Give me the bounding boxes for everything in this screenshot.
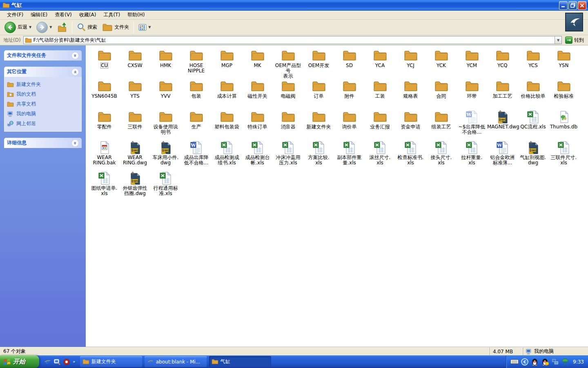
- place-link[interactable]: 我的电脑: [7, 110, 79, 117]
- file-item[interactable]: YSN6045B: [89, 79, 120, 110]
- start-button[interactable]: 开始: [0, 355, 39, 368]
- go-button[interactable]: → 转到: [564, 36, 586, 44]
- file-item[interactable]: 设备使用说 明书: [150, 110, 181, 141]
- qq-tray-icon[interactable]: [531, 358, 539, 366]
- address-dropdown-button[interactable]: ▼: [555, 36, 561, 44]
- up-button[interactable]: [55, 21, 69, 34]
- address-input[interactable]: F:\气动部分资料\新建文件夹\气缸 ▼: [23, 36, 562, 44]
- file-item[interactable]: 三联件: [120, 110, 150, 141]
- menu-item-5[interactable]: 帮助(H): [124, 11, 148, 19]
- file-item[interactable]: 成品出库降 低不合格...: [181, 141, 212, 171]
- file-item[interactable]: 规格表: [395, 79, 426, 110]
- folders-button[interactable]: 文件夹: [100, 21, 131, 34]
- file-item[interactable]: 询价单: [334, 110, 365, 141]
- file-item[interactable]: 加工工艺: [487, 79, 518, 110]
- chevron-down-icon[interactable]: »: [71, 52, 79, 59]
- file-item[interactable]: YSN: [548, 49, 579, 79]
- file-item[interactable]: 检验标准: [548, 79, 579, 110]
- hide-tray-icons-icon[interactable]: [521, 358, 528, 366]
- menu-item-1[interactable]: 编辑(E): [27, 11, 51, 19]
- file-item[interactable]: MK: [242, 49, 273, 79]
- file-item[interactable]: 消音器: [273, 110, 303, 141]
- file-item[interactable]: OEM产品型号 表示: [273, 49, 303, 79]
- file-item[interactable]: Thumbs.db: [548, 110, 579, 141]
- media-player-icon[interactable]: [63, 359, 70, 365]
- file-item[interactable]: WEAR RING.bak: [89, 141, 120, 171]
- file-item[interactable]: 滚丝尺寸. xls: [365, 141, 395, 171]
- forward-dropdown-icon[interactable]: ▼: [49, 25, 52, 29]
- file-item[interactable]: WEAR RING.dwg: [120, 141, 150, 171]
- file-item[interactable]: 特殊订单: [242, 110, 273, 141]
- menu-item-2[interactable]: 查看(V): [51, 11, 76, 19]
- qq-message-tray-icon[interactable]: [541, 358, 549, 366]
- back-dropdown-icon[interactable]: ▼: [29, 25, 31, 29]
- file-item[interactable]: MGP: [212, 49, 242, 79]
- file-item[interactable]: OEM开发: [303, 49, 334, 79]
- file-item[interactable]: MAGNET.dwg: [487, 110, 518, 141]
- file-item[interactable]: HMK: [150, 49, 181, 79]
- file-item[interactable]: 零配件: [89, 110, 120, 141]
- restore-button[interactable]: [568, 1, 577, 10]
- file-item[interactable]: YCK: [426, 49, 457, 79]
- menu-item-0[interactable]: 文件(F): [3, 11, 27, 19]
- file-item[interactable]: 拉杆重量. xls: [457, 141, 487, 171]
- file-item[interactable]: YCM: [457, 49, 487, 79]
- file-item[interactable]: YCJ: [395, 49, 426, 79]
- quick-launch-expand-icon[interactable]: »: [73, 359, 76, 364]
- file-item[interactable]: 图纸申请单. xls: [89, 171, 120, 202]
- place-link[interactable]: 我的文档: [7, 91, 79, 98]
- file-item[interactable]: 附件: [334, 79, 365, 110]
- file-item[interactable]: 环带: [457, 79, 487, 110]
- file-item[interactable]: YCQ: [487, 49, 518, 79]
- input-method-keyboard-icon[interactable]: [510, 359, 519, 364]
- taskbar-window-button[interactable]: about:blank - Mi...: [145, 356, 207, 367]
- file-item[interactable]: YCA: [365, 49, 395, 79]
- place-link[interactable]: 新建文件夹: [7, 81, 79, 88]
- file-item[interactable]: 包装: [181, 79, 212, 110]
- panel-header-details[interactable]: 详细信息 »: [4, 138, 82, 148]
- file-item[interactable]: CU: [89, 49, 120, 79]
- menu-item-4[interactable]: 工具(T): [100, 11, 124, 19]
- file-item[interactable]: CXSW: [120, 49, 150, 79]
- file-item[interactable]: 生产: [181, 110, 212, 141]
- file-item[interactable]: SD: [334, 49, 365, 79]
- taskbar-window-button[interactable]: 新建文件夹: [80, 356, 142, 367]
- close-button[interactable]: [578, 1, 586, 10]
- back-button[interactable]: 后退 ▼: [2, 21, 33, 34]
- file-item[interactable]: 业务汇报: [365, 110, 395, 141]
- file-item[interactable]: YVV: [150, 79, 181, 110]
- file-item[interactable]: 副本部件重 量.xls: [334, 141, 365, 171]
- file-item[interactable]: 冲床冲盖用 压力.xls: [273, 141, 303, 171]
- file-item[interactable]: 工装: [365, 79, 395, 110]
- file-item[interactable]: 铝合金欧洲 标准薄...: [487, 141, 518, 171]
- file-item[interactable]: 成本计算: [212, 79, 242, 110]
- menu-item-3[interactable]: 收藏(A): [76, 11, 100, 19]
- ie-quicklaunch-icon[interactable]: [44, 358, 51, 365]
- file-item[interactable]: 接头尺寸. xls: [426, 141, 457, 171]
- network-tray-icon[interactable]: [551, 358, 559, 366]
- file-item[interactable]: 外锯齿弹性 挡圈.dwg: [120, 171, 150, 202]
- minimize-button[interactable]: [559, 1, 568, 10]
- file-item[interactable]: 检查标准书. xls: [395, 141, 426, 171]
- file-item[interactable]: 方案比较. xls: [303, 141, 334, 171]
- file-item[interactable]: 资金申请: [395, 110, 426, 141]
- file-item[interactable]: 成品检测成 绩书.xls: [212, 141, 242, 171]
- file-item[interactable]: YTS: [120, 79, 150, 110]
- panel-header-file-tasks[interactable]: 文件和文件夹任务 »: [4, 50, 82, 61]
- file-item[interactable]: 新建文件夹: [303, 110, 334, 141]
- file-item[interactable]: YCS: [518, 49, 548, 79]
- panel-header-other-places[interactable]: 其它位置 »: [4, 67, 82, 77]
- chevron-down-icon[interactable]: »: [71, 139, 79, 147]
- show-desktop-icon[interactable]: [54, 359, 60, 365]
- forward-button[interactable]: ▼: [34, 21, 54, 34]
- file-item[interactable]: 成品检测台 帐.xls: [242, 141, 273, 171]
- file-item[interactable]: 电磁阀: [273, 79, 303, 110]
- file-item[interactable]: 合同: [426, 79, 457, 110]
- file-item[interactable]: QC流程.xls: [518, 110, 548, 141]
- file-item[interactable]: 行程通用标 准.xls: [150, 171, 181, 202]
- file-item[interactable]: 气缸剖视图. dwg: [518, 141, 548, 171]
- file-item[interactable]: 三联件尺寸. xls: [548, 141, 579, 171]
- file-item[interactable]: ~$出库降低 不合格...: [457, 110, 487, 141]
- file-item[interactable]: 塑料包装袋: [212, 110, 242, 141]
- chevron-up-icon[interactable]: »: [71, 68, 79, 76]
